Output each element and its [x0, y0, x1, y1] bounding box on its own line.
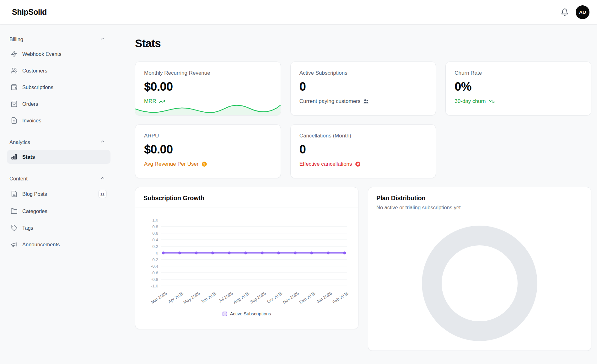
svg-text:Jan 2026: Jan 2026 [315, 291, 333, 304]
sidebar-item-categories[interactable]: Categories [7, 204, 110, 218]
sidebar-item-label: Announcements [22, 242, 60, 248]
subscription-growth-card: Subscription Growth 1.00.80.60.40.20-0.2… [135, 187, 358, 329]
svg-text:-1.0: -1.0 [151, 284, 158, 288]
svg-text:0.6: 0.6 [152, 231, 158, 236]
users-icon [11, 67, 18, 74]
mrr-sparkline [135, 98, 281, 115]
svg-text:0.8: 0.8 [152, 224, 158, 229]
empty-donut-chart [421, 225, 538, 342]
sidebar-item-invoices[interactable]: Invoices [7, 114, 110, 127]
sidebar-item-label: Customers [22, 68, 47, 74]
svg-text:May 2025: May 2025 [183, 291, 201, 305]
sidebar-item-label: Subscriptions [22, 84, 53, 90]
sidebar-item-blog-posts[interactable]: Blog Posts 11 [7, 186, 110, 201]
chart-legend[interactable]: Active Subscriptions [143, 311, 351, 316]
sidebar-section-analytics: Analytics Stats [7, 139, 110, 164]
svg-text:Feb 2026: Feb 2026 [332, 291, 349, 305]
stat-caption: Current paying customers [299, 98, 427, 104]
sidebar-section-label: Content [9, 176, 28, 182]
tag-icon [11, 224, 18, 231]
sidebar-item-announcements[interactable]: Announcements [7, 238, 110, 251]
plan-distribution-card: Plan Distribution No active or trialing … [368, 187, 591, 351]
stat-caption: Avg Revenue Per User $ [144, 161, 272, 167]
sidebar-item-label: Tags [22, 225, 33, 231]
svg-text:Nov 2025: Nov 2025 [282, 291, 300, 305]
shopping-bag-icon [11, 100, 18, 107]
sidebar-item-label: Orders [22, 101, 38, 107]
svg-text:$: $ [203, 163, 205, 166]
legend-swatch-icon [223, 312, 227, 316]
subscription-growth-header: Subscription Growth [135, 187, 358, 207]
zap-icon [11, 51, 18, 57]
sidebar-item-label: Invoices [22, 118, 41, 124]
stat-label: ARPU [144, 133, 272, 139]
sidebar-item-label: Stats [22, 154, 35, 160]
sidebar-item-label: Webhook Events [22, 51, 61, 57]
sidebar-item-webhook-events[interactable]: Webhook Events [7, 47, 110, 61]
svg-text:Oct 2025: Oct 2025 [266, 291, 283, 304]
stat-card-mrr: Monthly Recurring Revenue $0.00 MRR [135, 62, 281, 115]
stat-value: 0 [299, 80, 427, 94]
svg-text:Jun 2025: Jun 2025 [200, 291, 218, 304]
svg-text:0: 0 [156, 251, 158, 255]
stat-card-arpu: ARPU $0.00 Avg Revenue Per User $ [135, 124, 281, 178]
chart-title: Plan Distribution [376, 195, 583, 202]
stat-value: $0.00 [144, 143, 272, 156]
stat-value: 0% [454, 80, 582, 94]
stat-value: $0.00 [144, 80, 272, 94]
svg-text:Aug 2025: Aug 2025 [233, 291, 250, 305]
legend-label: Active Subscriptions [230, 311, 271, 316]
sidebar-section-label: Analytics [9, 139, 30, 145]
sidebar-section-label: Billing [9, 36, 23, 42]
sidebar-item-tags[interactable]: Tags [7, 221, 110, 235]
svg-text:Sep 2025: Sep 2025 [249, 291, 267, 305]
x-circle-icon [355, 161, 361, 167]
dollar-circle-icon: $ [201, 161, 207, 167]
app-logo: ShipSolid [12, 8, 47, 17]
bar-chart-icon [11, 153, 18, 160]
sidebar-item-orders[interactable]: Orders [7, 97, 110, 111]
svg-text:0.4: 0.4 [152, 238, 158, 242]
stat-cards-grid: Monthly Recurring Revenue $0.00 MRR Acti… [135, 62, 591, 178]
svg-text:Apr 2025: Apr 2025 [167, 291, 184, 304]
stat-card-churn-rate: Churn Rate 0% 30-day churn [445, 62, 591, 115]
sidebar-section-billing: Billing Webhook Events Customers [7, 36, 110, 127]
stat-label: Cancellations (Month) [299, 133, 427, 139]
main-content: Stats Monthly Recurring Revenue $0.00 MR… [113, 24, 597, 364]
sidebar-section-content: Content Blog Posts 11 Categories [7, 175, 110, 251]
avatar-initials: AU [579, 9, 586, 15]
sidebar-item-subscriptions[interactable]: Subscriptions [7, 80, 110, 94]
sidebar-section-content-header[interactable]: Content [7, 175, 110, 182]
trending-down-icon [488, 98, 495, 104]
grid-empty-cell [445, 124, 591, 178]
sidebar-item-label: Blog Posts [22, 191, 47, 197]
stat-label: Churn Rate [454, 70, 582, 76]
stat-value: 0 [299, 143, 427, 156]
sidebar-item-customers[interactable]: Customers [7, 64, 110, 78]
stat-card-cancellations: Cancellations (Month) 0 Effective cancel… [290, 124, 436, 178]
chart-subtitle: No active or trialing subscriptions yet. [376, 205, 583, 211]
file-text-icon [11, 190, 18, 197]
wallet-icon [11, 84, 18, 91]
users-filled-icon [363, 98, 369, 104]
avatar[interactable]: AU [576, 5, 589, 19]
chevron-up-icon [100, 139, 105, 146]
sidebar-section-analytics-header[interactable]: Analytics [7, 139, 110, 146]
sidebar-section-billing-header[interactable]: Billing [7, 36, 110, 43]
chart-title: Subscription Growth [143, 195, 350, 202]
svg-text:-0.6: -0.6 [151, 270, 158, 275]
chevron-up-icon [100, 36, 105, 43]
sidebar-item-stats[interactable]: Stats [7, 150, 110, 164]
notifications-button[interactable] [559, 6, 571, 18]
svg-text:-0.2: -0.2 [151, 257, 158, 262]
page-title: Stats [135, 37, 591, 50]
stat-label: Monthly Recurring Revenue [144, 70, 272, 76]
file-text-icon [11, 117, 18, 124]
svg-text:Jul 2025: Jul 2025 [218, 291, 234, 303]
svg-text:-0.8: -0.8 [151, 277, 158, 282]
plan-distribution-body [368, 216, 591, 351]
plan-distribution-header: Plan Distribution No active or trialing … [368, 187, 591, 216]
svg-text:Mar 2025: Mar 2025 [150, 291, 168, 305]
stat-caption: Effective cancellations [299, 161, 427, 167]
svg-text:0.2: 0.2 [152, 244, 158, 249]
